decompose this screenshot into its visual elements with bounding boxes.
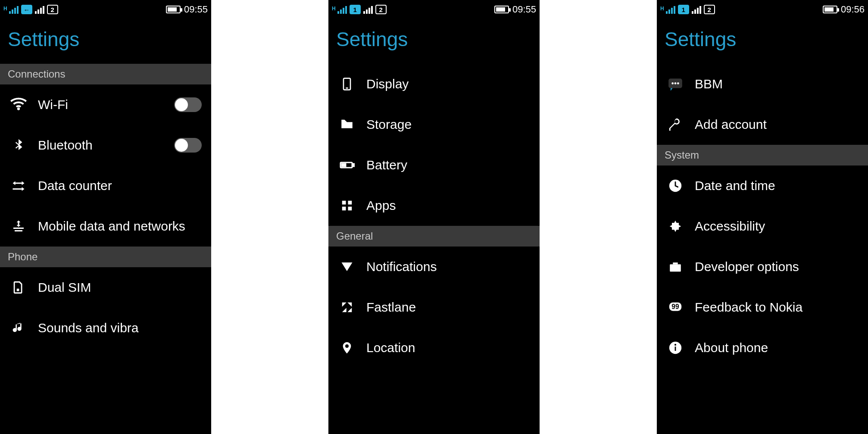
clock-time: 09:55 [184,4,208,15]
status-left: H 1 2 [660,5,715,14]
svg-rect-3 [353,164,354,166]
svg-point-10 [671,82,674,84]
phone-screen-2: H 1 2 09:55 Settings Display Storage Bat… [328,0,540,434]
row-accessibility[interactable]: Accessibility [657,206,868,247]
row-data-counter[interactable]: Data counter [0,165,211,206]
svg-rect-4 [342,164,346,166]
svg-rect-5 [342,201,346,205]
row-label: Wi-Fi [38,97,164,112]
row-label: Data counter [38,178,202,193]
section-header-phone: Phone [0,247,211,267]
status-right: 09:56 [823,4,865,15]
row-fastlane[interactable]: Fastlane [328,287,540,328]
about-icon [666,339,684,357]
sim2-badge: 2 [375,5,387,14]
page-title: Settings [0,19,211,64]
row-location[interactable]: Location [328,328,540,368]
section-header-connections: Connections [0,64,211,84]
row-apps[interactable]: Apps [328,185,540,226]
status-right: 09:55 [494,4,536,15]
row-label: Apps [366,198,530,213]
svg-point-20 [674,344,676,346]
row-storage[interactable]: Storage [328,104,540,145]
signal-sim2-icon [35,5,44,14]
row-bluetooth[interactable]: Bluetooth [0,125,211,165]
row-wifi[interactable]: Wi-Fi [0,84,211,125]
network-type-indicator: H [660,6,664,12]
bluetooth-toggle[interactable] [174,138,202,153]
storage-icon [338,116,356,134]
signal-sim1-icon [9,5,19,14]
row-sounds[interactable]: Sounds and vibra [0,308,211,348]
row-label: Location [366,340,530,355]
row-feedback[interactable]: 99 Feedback to Nokia [657,287,868,328]
row-label: Date and time [695,178,859,193]
add-account-icon [666,116,684,134]
row-dual-sim[interactable]: Dual SIM [0,267,211,308]
sim2-badge: 2 [704,5,715,14]
svg-rect-6 [348,201,352,205]
apps-icon [338,197,356,215]
row-label: Fastlane [366,300,530,315]
mobile-data-icon [9,217,28,235]
fastlane-icon [338,298,356,316]
status-bar: H 1 2 09:55 [328,0,540,19]
notifications-icon [338,258,356,276]
status-left: H 1 2 [332,5,387,14]
row-date-time[interactable]: Date and time [657,165,868,206]
row-bbm[interactable]: BBM [657,64,868,104]
row-battery[interactable]: Battery [328,145,540,185]
signal-sim1-icon [337,5,347,14]
row-label: Notifications [366,259,530,274]
row-label: BBM [695,77,859,91]
dual-sim-icon [9,278,28,297]
section-header-general: General [328,226,540,247]
status-right: 09:55 [166,4,208,15]
status-left: H ← 2 [3,5,58,14]
svg-rect-19 [675,347,676,351]
data-counter-icon [9,177,28,195]
feedback-icon: 99 [666,298,684,316]
row-label: Mobile data and networks [38,219,202,234]
status-bar: H ← 2 09:55 [0,0,211,19]
battery-icon [166,6,181,13]
row-about[interactable]: About phone [657,328,868,368]
bbm-icon [666,75,684,93]
page-title: Settings [328,19,540,64]
row-display[interactable]: Display [328,64,540,104]
location-icon [338,339,356,357]
status-bar: H 1 2 09:56 [657,0,868,19]
row-label: Add account [695,117,859,132]
sim1-badge: ← [21,5,32,14]
svg-rect-14 [670,264,681,272]
signal-sim1-icon [666,5,675,14]
svg-point-11 [674,82,677,84]
row-mobile-data[interactable]: Mobile data and networks [0,206,211,247]
row-label: Dual SIM [38,280,202,295]
network-type-indicator: H [3,6,7,12]
phone-screen-1: H ← 2 09:55 Settings Connections Wi-Fi B… [0,0,211,434]
row-label: Developer options [695,259,859,274]
bluetooth-icon [9,136,28,154]
row-label: Sounds and vibra [38,321,202,335]
clock-icon [666,177,684,195]
wifi-toggle[interactable] [174,97,202,112]
wifi-icon [9,96,28,114]
row-developer[interactable]: Developer options [657,247,868,287]
row-label: Bluetooth [38,138,164,153]
sim1-badge: 1 [678,5,689,14]
clock-time: 09:56 [841,4,865,15]
signal-sim2-icon [692,5,701,14]
battery-icon [338,156,356,174]
battery-icon [494,6,509,13]
svg-rect-7 [342,207,346,211]
row-label: About phone [695,340,859,355]
row-label: Feedback to Nokia [695,300,859,315]
sim1-badge: 1 [350,5,361,14]
svg-rect-15 [673,262,678,264]
clock-time: 09:55 [512,4,536,15]
row-add-account[interactable]: Add account [657,104,868,145]
display-icon [338,75,356,93]
row-notifications[interactable]: Notifications [328,247,540,287]
page-title: Settings [657,19,868,64]
